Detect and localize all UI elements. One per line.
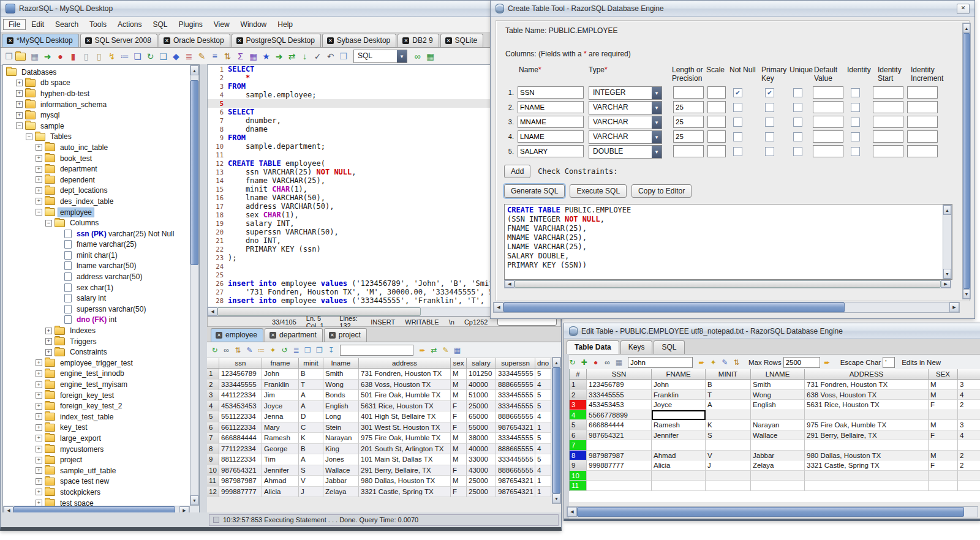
tree-item-large-export[interactable]: +large_export [6, 433, 190, 444]
connection-tab-oracle-desktop[interactable]: ✕Oracle Desktop [159, 34, 230, 47]
chevron-down-icon[interactable]: ▾ [652, 102, 662, 114]
export-grid-icon[interactable]: ▦ [452, 345, 462, 355]
menu-view[interactable]: View [208, 19, 235, 30]
cell[interactable] [652, 471, 706, 481]
view-row-icon[interactable]: ∞ [221, 345, 232, 355]
cell[interactable]: 888665555 [496, 411, 535, 422]
tree-item-space-test-new[interactable]: +space test new [6, 476, 190, 487]
scroll-down-icon[interactable]: ▼ [190, 495, 198, 505]
cell[interactable]: 1 [535, 476, 551, 487]
cell[interactable]: B [706, 380, 751, 390]
cell[interactable]: George [262, 444, 299, 455]
close-tab-icon[interactable]: ✕ [236, 37, 243, 44]
cell[interactable] [652, 440, 706, 451]
tree-item-information-schema[interactable]: +information_schema [6, 99, 190, 110]
cell[interactable]: 987987987 [219, 476, 262, 487]
column-type-dropdown[interactable]: VARCHAR▾ [589, 101, 662, 114]
column-header-address[interactable]: address [359, 358, 451, 369]
cell[interactable]: 987987987 [587, 451, 652, 461]
cell[interactable]: 5 [535, 369, 551, 380]
cell[interactable]: Jennifer [652, 430, 706, 441]
tree-item-auto-inc-table[interactable]: +auto_inc_table [6, 142, 190, 153]
cell[interactable]: 291 Berry, Bellaire, TX [359, 465, 451, 476]
cell[interactable]: M [451, 476, 467, 487]
tree-item-mysql[interactable]: +mysql [6, 110, 190, 121]
tree-item-department[interactable]: +department [6, 163, 190, 174]
cell[interactable]: 333445555 [219, 380, 262, 391]
cell[interactable]: 888665555 [496, 444, 535, 455]
expand-icon[interactable]: + [36, 489, 42, 495]
cell[interactable]: 101 Main St, Dallas TX [359, 454, 451, 465]
cell[interactable]: M [929, 451, 958, 461]
grid-view-icon[interactable]: ▦ [424, 51, 436, 62]
row-number[interactable]: 9 [207, 454, 219, 465]
scale-input[interactable] [707, 130, 726, 143]
results-vertical-scrollbar[interactable]: ▲ ▼ [552, 357, 561, 504]
cell[interactable]: F [451, 487, 467, 498]
chevron-down-icon[interactable]: ▾ [652, 116, 662, 129]
edit-hscroll-thumb[interactable] [577, 507, 964, 517]
selected-cell[interactable] [652, 410, 706, 421]
cell[interactable] [587, 471, 652, 481]
cell[interactable]: 453453453 [587, 400, 652, 410]
row-number-green[interactable]: 10 [570, 471, 587, 481]
tree-item-foreign-key-test[interactable]: +foreign_key_test [6, 390, 190, 401]
cell[interactable]: English [323, 401, 359, 412]
tree-item-columns[interactable]: −Columns [6, 217, 190, 228]
tree-item-sex-char-1[interactable]: sex char(1) [6, 282, 190, 293]
primary-key-checkbox-icon[interactable] [765, 147, 774, 156]
results-tab-department[interactable]: ✕department [265, 328, 323, 342]
cell[interactable]: 975 Fire Oak, Humble TX [805, 420, 929, 430]
open-file-icon[interactable] [16, 51, 28, 62]
expand-icon[interactable]: + [45, 349, 52, 356]
refresh-objects-icon[interactable]: ↻ [145, 51, 156, 62]
identity-checkbox-icon[interactable] [851, 118, 860, 127]
cell[interactable]: Joyce [652, 400, 706, 410]
row-number[interactable]: 11 [207, 476, 219, 487]
new-file-icon[interactable]: ❐ [3, 51, 15, 62]
cell[interactable]: 4 [958, 430, 980, 441]
unique-checkbox-icon[interactable] [793, 147, 802, 156]
cell[interactable]: 333445555 [496, 390, 535, 401]
cell[interactable]: M [929, 380, 958, 390]
cell[interactable]: J [706, 460, 751, 471]
cell[interactable]: English [751, 400, 805, 410]
results-tab-employee[interactable]: ✕employee [211, 328, 263, 342]
column-name-input[interactable] [518, 101, 584, 113]
edit-tab-keys[interactable]: Keys [620, 340, 653, 354]
unique-checkbox-icon[interactable] [793, 103, 802, 112]
expand-icon[interactable]: + [16, 90, 23, 97]
menu-tools[interactable]: Tools [84, 19, 112, 30]
chevron-down-icon[interactable]: ▾ [652, 87, 662, 99]
cell[interactable]: Ahmad [262, 476, 299, 487]
cell[interactable]: 4 [535, 444, 551, 455]
not-null-checkbox-icon[interactable] [733, 132, 742, 141]
row-number[interactable]: 12 [207, 487, 219, 498]
expand-icon[interactable]: + [36, 424, 42, 431]
cell[interactable]: Wallace [751, 430, 805, 441]
scroll-left-icon[interactable]: ◀ [208, 307, 217, 316]
column-header-salary[interactable]: salary [467, 358, 496, 369]
database-icon[interactable]: ▯ [93, 51, 105, 62]
not-null-checkbox-icon[interactable] [733, 147, 742, 156]
dialog-vscroll-thumb[interactable] [963, 33, 970, 289]
primary-key-checkbox-icon[interactable] [765, 132, 774, 141]
column-name-input[interactable] [518, 145, 584, 157]
cell[interactable] [958, 410, 980, 421]
expand-icon[interactable]: + [36, 457, 42, 463]
cell[interactable]: M [451, 390, 467, 401]
cell[interactable]: 40000 [467, 444, 496, 455]
cell[interactable]: 4 [958, 390, 980, 400]
cell[interactable]: F [451, 401, 467, 412]
cell[interactable]: 441122334 [219, 390, 262, 401]
cell[interactable]: 987654321 [219, 465, 262, 476]
expand-icon[interactable]: + [36, 478, 42, 485]
insert-row-icon[interactable]: ✚ [579, 357, 589, 367]
expand-icon[interactable]: + [36, 381, 42, 388]
cell[interactable]: 661122334 [219, 422, 262, 433]
cell[interactable]: 666884444 [219, 433, 262, 444]
unique-checkbox-icon[interactable] [793, 88, 802, 97]
identity-checkbox-icon[interactable] [851, 147, 860, 156]
menu-plugins[interactable]: Plugins [173, 19, 208, 30]
cell[interactable]: M [451, 433, 467, 444]
